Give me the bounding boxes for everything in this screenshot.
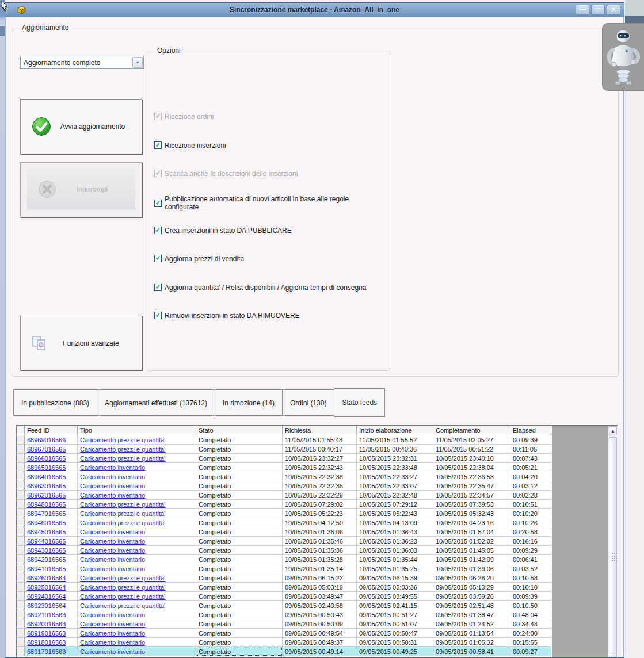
titlebar[interactable]: Sincronizzazione marketplace - Amazon_Al… <box>5 3 624 17</box>
column-header-completamento[interactable]: Completamento <box>433 426 510 435</box>
checkbox-icon[interactable]: ✓ <box>154 255 162 262</box>
checkbox-icon[interactable]: ✓ <box>154 227 162 234</box>
feed-id-link[interactable]: 68925016564 <box>25 583 78 592</box>
option-checkbox-row[interactable]: ✓Aggiorna quantita' / Relist disponibili… <box>154 284 384 292</box>
close-button[interactable]: ✕ <box>607 5 620 15</box>
table-row[interactable]: 68921016563Caricamento inventarioComplet… <box>17 610 618 619</box>
tipo-link[interactable]: Caricamento inventario <box>78 555 196 564</box>
tipo-link[interactable]: Caricamento inventario <box>78 463 196 472</box>
feed-id-link[interactable]: 68962016565 <box>25 491 78 500</box>
feed-id-link[interactable]: 68947016565 <box>25 509 78 518</box>
row-selector-cell[interactable] <box>17 518 25 527</box>
row-selector-cell[interactable] <box>17 638 25 647</box>
option-checkbox-row[interactable]: ✓Aggiorna prezzi di vendita <box>154 255 384 263</box>
row-selector-cell[interactable] <box>17 463 25 472</box>
table-row[interactable]: 68943016565Caricamento inventarioComplet… <box>17 546 618 555</box>
tipo-link[interactable]: Caricamento inventario <box>78 491 196 500</box>
tab-in-pubblicazione-883[interactable]: In pubblicazione (883) <box>13 389 97 416</box>
tipo-link[interactable]: Caricamento prezzi e quantita' <box>78 592 196 601</box>
table-row[interactable]: 68918016563Caricamento inventarioComplet… <box>17 638 618 647</box>
row-selector-cell[interactable] <box>17 509 25 518</box>
table-row[interactable]: 68941016565Caricamento inventarioComplet… <box>17 564 618 573</box>
row-selector-cell[interactable] <box>17 445 25 454</box>
tipo-link[interactable]: Caricamento inventario <box>78 527 196 537</box>
feed-id-link[interactable]: 68926016564 <box>25 573 78 583</box>
tipo-link[interactable]: Caricamento prezzi e quantita' <box>78 500 196 509</box>
feed-id-link[interactable]: 68919016563 <box>25 629 78 638</box>
feed-id-link[interactable]: 68924016564 <box>25 592 78 601</box>
tipo-link[interactable]: Caricamento inventario <box>78 537 196 546</box>
table-row[interactable]: 68966016565Caricamento prezzi e quantita… <box>17 454 618 463</box>
row-selector-cell[interactable] <box>17 610 25 619</box>
feed-id-link[interactable]: 68946016565 <box>25 518 78 527</box>
column-header-stato[interactable]: Stato <box>196 426 283 435</box>
table-row[interactable]: 68962016565Caricamento inventarioComplet… <box>17 491 618 500</box>
table-row[interactable]: 68948016565Caricamento prezzi e quantita… <box>17 500 618 509</box>
checkbox-icon[interactable]: ✓ <box>154 312 162 319</box>
feed-id-link[interactable]: 68948016565 <box>25 500 78 509</box>
row-selector-cell[interactable] <box>17 647 25 656</box>
table-row[interactable]: 68924016564Caricamento prezzi e quantita… <box>17 592 618 601</box>
minimize-button[interactable]: — <box>576 5 589 15</box>
row-selector-cell[interactable] <box>17 573 25 583</box>
tipo-link[interactable]: Caricamento inventario <box>78 629 196 638</box>
row-selector-cell[interactable] <box>17 472 25 481</box>
tipo-link[interactable]: Caricamento prezzi e quantita' <box>78 573 196 583</box>
tipo-link[interactable]: Caricamento prezzi e quantita' <box>78 509 196 518</box>
tipo-link[interactable]: Caricamento prezzi e quantita' <box>78 601 196 610</box>
stop-button[interactable]: Interrompi <box>20 162 142 217</box>
tipo-link[interactable]: Caricamento inventario <box>78 638 196 647</box>
table-row[interactable]: 68944016565Caricamento inventarioComplet… <box>17 537 618 546</box>
row-selector-cell[interactable] <box>17 454 25 463</box>
feed-id-link[interactable]: 68942016565 <box>25 555 78 564</box>
tipo-link[interactable]: Caricamento prezzi e quantita' <box>78 454 196 463</box>
table-row[interactable]: 68947016565Caricamento prezzi e quantita… <box>17 509 618 518</box>
option-checkbox-row[interactable]: ✓Ricezione inserzioni <box>154 141 384 150</box>
tipo-link[interactable]: Caricamento inventario <box>78 619 196 629</box>
tipo-link[interactable]: Caricamento inventario <box>78 481 196 491</box>
dropdown-button[interactable]: ▼ <box>132 57 143 68</box>
column-header-inizio-elaborazione[interactable]: Inizio elaborazione <box>357 426 433 435</box>
tab-in-rimozione-14[interactable]: In rimozione (14) <box>215 389 283 416</box>
column-header-richiesta[interactable]: Richiesta <box>283 426 357 435</box>
feed-id-link[interactable]: 68964016565 <box>25 472 78 481</box>
tipo-link[interactable]: Caricamento prezzi e quantita' <box>78 445 196 454</box>
feed-id-link[interactable]: 68965016565 <box>25 463 78 472</box>
row-selector-cell[interactable] <box>17 491 25 500</box>
row-selector-cell[interactable] <box>17 583 25 592</box>
table-row[interactable]: 68917016563Caricamento inventarioComplet… <box>17 647 618 656</box>
table-row[interactable]: 68920016563Caricamento inventarioComplet… <box>17 619 618 629</box>
checkbox-icon[interactable]: ✓ <box>154 141 162 149</box>
feed-id-link[interactable]: 68945016565 <box>25 527 78 537</box>
tipo-link[interactable]: Caricamento inventario <box>78 647 196 656</box>
table-row[interactable]: 68963016565Caricamento inventarioComplet… <box>17 481 618 491</box>
feed-id-link[interactable]: 68920016563 <box>25 619 78 629</box>
tipo-link[interactable]: Caricamento prezzi e quantita' <box>78 583 196 592</box>
option-checkbox-row[interactable]: ✓Pubblicazione automatica di nuovi artic… <box>154 195 384 211</box>
row-selector-cell[interactable] <box>17 481 25 491</box>
feed-id-link[interactable]: 68943016565 <box>25 546 78 555</box>
feed-id-link[interactable]: 68921016563 <box>25 610 78 619</box>
tab-ordini-130[interactable]: Ordini (130) <box>282 389 334 416</box>
tipo-link[interactable]: Caricamento inventario <box>78 610 196 619</box>
table-row[interactable]: 68942016565Caricamento inventarioComplet… <box>17 555 618 564</box>
checkbox-icon[interactable]: ✓ <box>154 284 162 291</box>
row-selector-cell[interactable] <box>17 500 25 509</box>
vertical-scrollbar[interactable]: ▲ <box>608 426 618 658</box>
maximize-button[interactable]: □ <box>591 5 605 15</box>
feed-id-link[interactable]: 68967016565 <box>25 445 78 454</box>
feed-id-link[interactable]: 68923016564 <box>25 601 78 610</box>
row-selector-cell[interactable] <box>17 555 25 564</box>
row-selector-cell[interactable] <box>17 537 25 546</box>
scroll-thumb[interactable] <box>609 437 617 657</box>
scroll-up-button[interactable]: ▲ <box>609 426 617 435</box>
feed-id-link[interactable]: 68963016565 <box>25 481 78 491</box>
tipo-link[interactable]: Caricamento inventario <box>78 564 196 573</box>
table-row[interactable]: 68964016565Caricamento inventarioComplet… <box>17 472 618 481</box>
tipo-link[interactable]: Caricamento prezzi e quantita' <box>78 435 196 445</box>
checkbox-icon[interactable]: ✓ <box>154 200 162 207</box>
row-selector-cell[interactable] <box>17 564 25 573</box>
advanced-functions-button[interactable]: Funzioni avanzate <box>20 316 142 370</box>
option-checkbox-row[interactable]: ✓Rimuovi inserzioni in stato DA RIMUOVER… <box>154 312 384 320</box>
table-row[interactable]: 68923016564Caricamento prezzi e quantita… <box>17 601 618 610</box>
